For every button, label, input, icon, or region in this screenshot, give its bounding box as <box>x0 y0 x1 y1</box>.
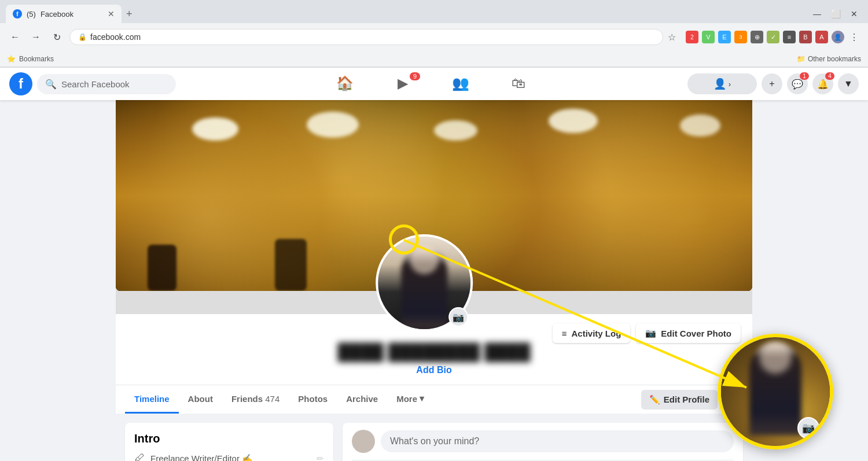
tab-archive[interactable]: Archive <box>337 386 387 414</box>
maximize-button[interactable]: ⬜ <box>827 6 844 22</box>
messenger-button[interactable]: 💬 1 <box>787 73 808 94</box>
ext-icon-2[interactable]: V <box>702 31 715 43</box>
other-bookmarks[interactable]: 📁 Other bookmarks <box>797 55 861 63</box>
tab-timeline[interactable]: Timeline <box>125 386 179 414</box>
profile-tab-actions: ✏️ Edit Profile 👁 <box>641 389 743 410</box>
edit-cover-photo-button[interactable]: 📷 Edit Cover Photo <box>636 323 741 343</box>
new-tab-button[interactable]: + <box>122 6 137 23</box>
tab-bar: f (5) Facebook ✕ + — ⬜ ✕ <box>0 0 868 23</box>
intro-title: Intro <box>134 432 324 445</box>
facebook-nav: 🏠 ▶ 9 👥 🛍 <box>316 68 547 100</box>
marketplace-icon: 🛍 <box>512 75 525 91</box>
people-icon: 👥 <box>452 75 469 91</box>
intro-card: Intro 🖊 Freelance Writer/Editor ✍️ ✏ Edi… <box>125 423 333 461</box>
tab-photos[interactable]: Photos <box>289 386 337 414</box>
facebook-logo[interactable]: f <box>9 72 32 95</box>
intro-occupation: 🖊 Freelance Writer/Editor ✍️ ✏ <box>134 452 324 461</box>
tab-more[interactable]: More ▾ <box>387 385 433 414</box>
messenger-icon: 💬 <box>792 79 803 90</box>
bookmarks-label[interactable]: Bookmarks <box>19 55 54 63</box>
back-button[interactable]: ← <box>7 29 23 45</box>
refresh-button[interactable]: ↻ <box>49 29 65 45</box>
nav-home[interactable]: 🏠 <box>316 68 374 100</box>
activity-log-button[interactable]: ≡ Activity Log <box>553 323 631 343</box>
tab-title: Facebook <box>41 10 73 19</box>
bookmarks-icon: ⭐ <box>7 55 16 63</box>
url-text: facebook.com <box>90 32 141 42</box>
facebook-content: 📷 ≡ Activity Log 📷 Edit Cover Photo ████… <box>0 100 868 461</box>
profile-tabs: Timeline About Friends 474 Photos Archiv… <box>116 385 752 414</box>
forward-button[interactable]: → <box>28 29 44 45</box>
ext-icon-3[interactable]: E <box>718 31 731 43</box>
tab-about[interactable]: About <box>179 386 222 414</box>
ext-icon-6[interactable]: ✓ <box>767 31 779 43</box>
tab-badge: (5) <box>27 10 36 19</box>
home-icon: 🏠 <box>336 75 354 91</box>
profile-camera-button[interactable]: 📷 <box>448 307 468 327</box>
profile-bar-arrow: › <box>729 80 731 88</box>
ext-icon-8[interactable]: B <box>799 31 812 43</box>
camera-icon: 📷 <box>453 312 464 323</box>
header-right: 👤 › + 💬 1 🔔 4 ▼ <box>687 73 859 94</box>
tab-favicon: f <box>13 9 22 19</box>
chrome-menu-icon[interactable]: ⋮ <box>848 31 860 43</box>
bookmark-star-icon[interactable]: ☆ <box>668 32 676 43</box>
notifications-badge: 4 <box>825 72 834 80</box>
profile-bar[interactable]: 👤 › <box>687 73 757 94</box>
cover-area: 📷 ≡ Activity Log 📷 Edit Cover Photo <box>116 100 752 314</box>
chevron-down-icon: ▾ <box>420 393 424 404</box>
add-bio-button[interactable]: Add Bio <box>416 365 451 375</box>
cover-actions: ≡ Activity Log 📷 Edit Cover Photo <box>553 323 741 343</box>
post-box: What's on your mind? 🖼 Photo/Video 👤 Tag… <box>343 423 743 461</box>
ext-icon-5[interactable]: ⊕ <box>751 31 763 43</box>
url-input[interactable]: 🔒 facebook.com <box>69 29 663 45</box>
ext-icon-4[interactable]: 3 <box>734 31 747 43</box>
activity-log-icon: ≡ <box>562 329 567 338</box>
search-placeholder: Search Facebook <box>61 79 130 89</box>
post-input[interactable]: What's on your mind? <box>381 430 734 452</box>
ext-icon-1[interactable]: 2 <box>686 31 698 43</box>
notifications-icon: 🔔 <box>817 79 829 90</box>
minimize-button[interactable]: — <box>809 6 825 22</box>
right-column: What's on your mind? 🖼 Photo/Video 👤 Tag… <box>343 423 743 461</box>
ext-icon-7[interactable]: ≡ <box>783 31 796 43</box>
pencil-icon: ✏️ <box>649 394 660 405</box>
activity-log-label: Activity Log <box>571 329 621 338</box>
search-icon: 🔍 <box>45 79 57 90</box>
address-bar: ← → ↻ 🔒 facebook.com ☆ 2 V E 3 ⊕ ✓ ≡ B A… <box>0 23 868 51</box>
nav-people[interactable]: 👥 <box>432 68 490 100</box>
menu-icon: ▼ <box>844 79 853 89</box>
edit-cover-icon: 📷 <box>645 328 656 338</box>
tab-friends[interactable]: Friends 474 <box>222 386 289 414</box>
facebook-header: f 🔍 Search Facebook 🏠 ▶ 9 👥 🛍 👤 › + 💬 1 <box>0 68 868 100</box>
plus-button[interactable]: + <box>762 73 782 94</box>
search-bar[interactable]: 🔍 Search Facebook <box>37 74 176 94</box>
tab-close-button[interactable]: ✕ <box>108 9 115 19</box>
work-icon: 🖊 <box>134 452 145 461</box>
user-avatar-icon[interactable]: 👤 <box>832 31 844 43</box>
close-button[interactable]: ✕ <box>846 6 862 22</box>
left-column: Intro 🖊 Freelance Writer/Editor ✍️ ✏ Edi… <box>125 423 333 461</box>
ssl-icon: 🔒 <box>78 33 87 41</box>
notifications-button[interactable]: 🔔 4 <box>812 73 833 94</box>
plus-icon: + <box>769 79 774 89</box>
view-as-button[interactable]: 👁 <box>722 389 743 410</box>
edit-profile-button[interactable]: ✏️ Edit Profile <box>641 390 718 410</box>
video-badge: 9 <box>410 72 420 80</box>
browser-tab[interactable]: f (5) Facebook ✕ <box>6 5 122 23</box>
main-content: Intro 🖊 Freelance Writer/Editor ✍️ ✏ Edi… <box>116 414 752 461</box>
menu-button[interactable]: ▼ <box>838 73 859 94</box>
profile-bar-icon: 👤 <box>713 78 726 90</box>
nav-video[interactable]: ▶ 9 <box>374 68 432 100</box>
messenger-badge: 1 <box>800 72 809 80</box>
eye-icon: 👁 <box>729 394 737 404</box>
browser-chrome: f (5) Facebook ✕ + — ⬜ ✕ ← → ↻ 🔒 faceboo… <box>0 0 868 68</box>
ext-icon-9[interactable]: A <box>815 31 828 43</box>
extension-icons: 2 V E 3 ⊕ ✓ ≡ B A 👤 ⋮ <box>685 31 861 43</box>
window-controls: — ⬜ ✕ <box>809 6 862 22</box>
intro-edit-icon: ✏ <box>317 453 324 462</box>
bookmarks-bar: ⭐ Bookmarks 📁 Other bookmarks <box>0 51 868 67</box>
profile-name: ████ ████████ ████ <box>125 343 743 362</box>
video-icon: ▶ <box>398 75 408 91</box>
nav-marketplace[interactable]: 🛍 <box>490 68 547 100</box>
